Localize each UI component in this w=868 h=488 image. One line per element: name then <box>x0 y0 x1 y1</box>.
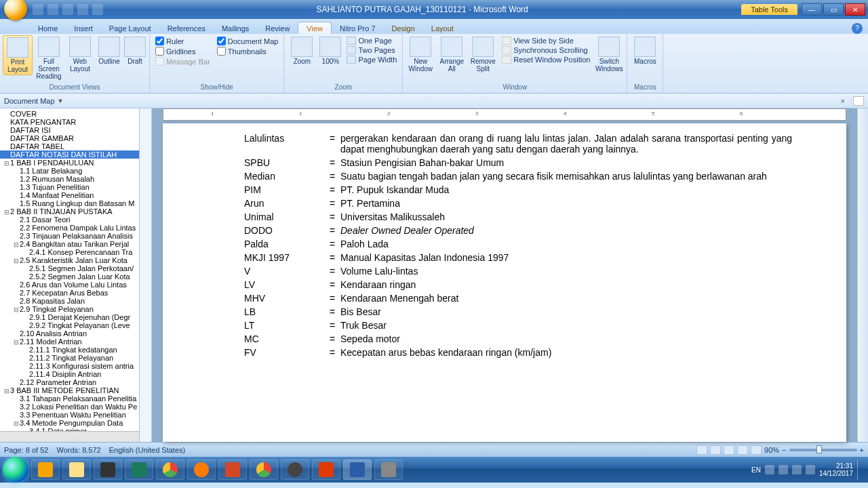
web-layout-button[interactable]: Web Layout <box>65 35 95 74</box>
qat-icon[interactable] <box>92 4 103 15</box>
docmap-item[interactable]: 2.10 Analisis Antrian <box>0 329 139 338</box>
docmap-item[interactable]: 2.5.1 Segmen Jalan Perkotaan/ <box>0 264 139 272</box>
macros-button[interactable]: Macros <box>630 35 660 66</box>
docmap-item[interactable]: 2.9.1 Derajat Kejenuhan (Degr <box>0 313 139 321</box>
tray-network-icon[interactable] <box>778 465 788 474</box>
docmap-item[interactable]: 2.8 Kapasitas Jalan <box>0 297 139 305</box>
docmap-item[interactable]: 2.7 Kecepatan Arus Bebas <box>0 289 139 297</box>
zoom-in-button[interactable]: + <box>860 446 864 454</box>
tab-insert[interactable]: Insert <box>66 22 101 34</box>
taskbar-uc[interactable] <box>187 460 216 480</box>
docmap-item[interactable]: DAFTAR TABEL <box>0 142 139 150</box>
docmap-item[interactable]: ⊟2.5 Karakteristik Jalan Luar Kota <box>0 256 139 264</box>
docmap-item[interactable]: ⊟1 BAB I PENDAHULUAN <box>0 159 139 167</box>
docmap-item[interactable]: 1.4 Manfaat Penelitian <box>0 191 139 199</box>
outline-button[interactable]: Outline <box>96 35 122 66</box>
start-button[interactable] <box>3 457 28 483</box>
docmap-item[interactable]: DAFTAR GAMBAR <box>0 134 139 142</box>
maximize-button[interactable]: ▭ <box>823 3 844 16</box>
sidebar-hscroll[interactable] <box>0 431 139 442</box>
document-map-checkbox[interactable]: Document Map <box>217 37 279 45</box>
page-width-button[interactable]: Page Width <box>347 56 397 64</box>
ruler-toggle-icon[interactable] <box>853 96 864 106</box>
tab-mailings[interactable]: Mailings <box>214 22 257 34</box>
vertical-scrollbar[interactable] <box>857 108 868 442</box>
docmap-item[interactable]: 2.4.1 Konsep Perencanaan Tra <box>0 248 139 256</box>
view-web-icon[interactable] <box>724 445 734 455</box>
docmap-item[interactable]: ⊟3.4 Metode Pengumpulan Data <box>0 419 139 427</box>
context-tab-tabletools[interactable]: Table Tools <box>741 4 797 15</box>
full-screen-reading-button[interactable]: Full Screen Reading <box>34 35 64 81</box>
docmap-item[interactable]: 2.12 Parameter Antrian <box>0 378 139 386</box>
split-button[interactable]: Remove Split <box>468 35 498 74</box>
taskbar-chrome[interactable] <box>156 460 184 480</box>
taskbar-word-active[interactable] <box>343 460 372 480</box>
docmap-item[interactable]: 1.2 Rumusan Masalah <box>0 175 139 183</box>
view-draft-icon[interactable] <box>751 445 762 455</box>
zoom-percent[interactable]: 90% <box>764 446 779 454</box>
taskbar-autocad[interactable] <box>125 460 153 480</box>
docmap-item[interactable]: 2.2 Fenomena Dampak Lalu Lintas <box>0 224 139 232</box>
office-button[interactable] <box>4 0 27 20</box>
tray-battery-icon[interactable] <box>806 465 815 474</box>
docmap-item[interactable]: 2.11.4 Disiplin Antrian <box>0 370 139 378</box>
new-window-button[interactable]: New Window <box>406 35 435 74</box>
document-page[interactable]: Lalulintas=pergerakan kendaraan dan oran… <box>163 123 846 442</box>
docmap-item[interactable]: 2.11.1 Tingkat kedatangan <box>0 346 139 354</box>
docmap-item[interactable]: 3.4.1 Data primer <box>0 427 139 431</box>
taskbar-explorer[interactable] <box>62 460 91 480</box>
taskbar-app[interactable] <box>94 460 122 480</box>
save-icon[interactable] <box>33 4 43 15</box>
tray-volume-icon[interactable] <box>792 465 802 474</box>
horizontal-ruler[interactable]: 1123456 <box>163 108 846 121</box>
close-button[interactable]: ✕ <box>845 3 865 16</box>
docmap-item[interactable]: 2.11.3 Konfigurasi sistem antria <box>0 362 139 370</box>
docmap-item[interactable]: DAFTAR NOTASI DAN ISTILAH <box>0 150 139 159</box>
docmap-item[interactable]: 2.1 Dasar Teori <box>0 216 139 224</box>
docmap-item[interactable]: 3.3 Penentuan Waktu Penelitian <box>0 411 139 419</box>
docmap-item[interactable]: 3.2 Lokasi Penelitian dan Waktu Pe <box>0 403 139 411</box>
view-print-icon[interactable] <box>696 445 707 455</box>
print-layout-button[interactable]: Print Layout <box>3 35 33 75</box>
taskbar-chrome2[interactable] <box>250 460 278 480</box>
thumbnails-checkbox[interactable]: Thumbnails <box>217 47 279 56</box>
docmap-item[interactable]: 1.1 Latar Belakang <box>0 167 139 175</box>
taskbar-nitro[interactable] <box>312 460 340 480</box>
docmap-item[interactable]: 2.5.2 Segmen Jalan Luar Kota <box>0 272 139 281</box>
tab-design[interactable]: Design <box>384 22 423 34</box>
message-bar-checkbox[interactable]: Message Bar <box>155 57 210 66</box>
docmap-item[interactable]: ⊟2.11 Model Antrian <box>0 338 139 346</box>
two-pages-button[interactable]: Two Pages <box>347 46 397 54</box>
tray-clock[interactable]: 21:3114/12/2017 <box>819 462 853 477</box>
tab-home[interactable]: Home <box>30 22 66 34</box>
close-docmap-icon[interactable]: × <box>841 97 845 105</box>
zoom-slider[interactable] <box>789 449 857 451</box>
minimize-button[interactable]: — <box>802 3 822 16</box>
tab-page-layout[interactable]: Page Layout <box>101 22 159 34</box>
arrange-all-button[interactable]: Arrange All <box>437 35 467 74</box>
docmap-item[interactable]: 1.5 Ruang Lingkup dan Batasan M <box>0 199 139 207</box>
view-reading-icon[interactable] <box>710 445 721 455</box>
docmap-item[interactable]: 2.9.2 Tingkat Pelayanan (Leve <box>0 321 139 329</box>
tray-flag-icon[interactable] <box>765 465 774 474</box>
docmap-item[interactable]: 2.3 Tinjauan Pelaksanaan Analisis <box>0 232 139 240</box>
qat-icon[interactable] <box>77 4 88 15</box>
docmap-item[interactable]: 2.11.2 Tingkat Pelayanan <box>0 354 139 362</box>
tab-references[interactable]: References <box>159 22 214 34</box>
docmap-item[interactable]: ⊟2 BAB II TINJAUAN PUSTAKA <box>0 207 139 216</box>
docmap-item[interactable]: ⊟2.4 Bangkitan atau Tarikan Perjal <box>0 240 139 248</box>
status-language[interactable]: English (United States) <box>109 446 186 454</box>
tab-nitro[interactable]: Nitro Pro 7 <box>332 22 384 34</box>
zoom-100-button[interactable]: 100% <box>318 35 342 66</box>
view-outline-icon[interactable] <box>737 445 748 455</box>
docmap-item[interactable]: 3.1 Tahapan Pelaksanaan Penelitia <box>0 394 139 403</box>
dropdown-icon[interactable]: ▼ <box>58 98 64 104</box>
docmap-item[interactable]: COVER <box>0 110 139 118</box>
tab-layout[interactable]: Layout <box>423 22 462 34</box>
taskbar-wmp[interactable] <box>31 460 60 480</box>
docmap-item[interactable]: ⊟3 BAB III METODE PENELITIAN <box>0 386 139 394</box>
zoom-out-button[interactable]: − <box>782 446 786 454</box>
help-icon[interactable]: ? <box>852 23 863 34</box>
taskbar-powerpoint[interactable] <box>218 460 247 480</box>
redo-icon[interactable] <box>62 4 73 15</box>
